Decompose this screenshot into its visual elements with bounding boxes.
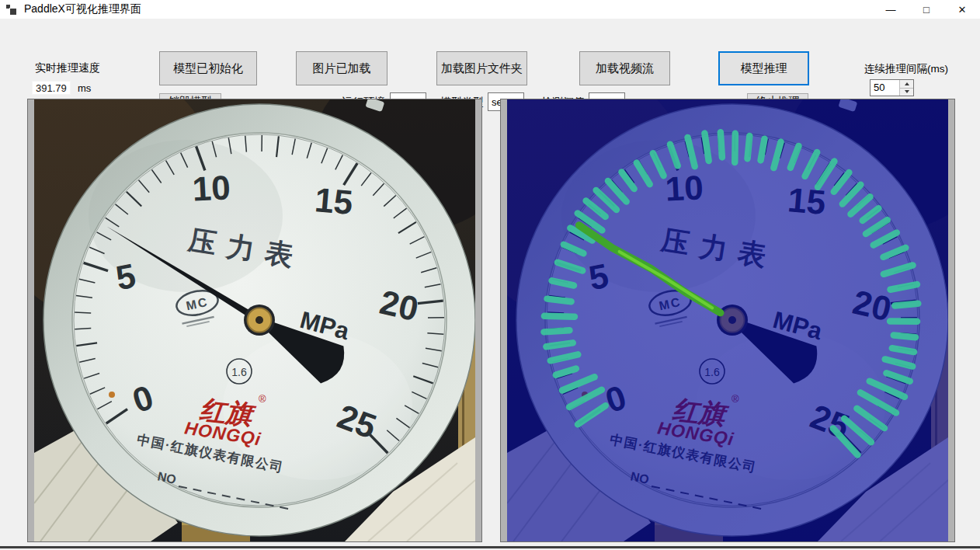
- spinner-buttons: [899, 80, 913, 96]
- svg-text:15: 15: [313, 180, 354, 221]
- inference-result-panel: 0510152025压力表MCMPa1.6红旗®HONGQi中国·红旗仪表有限公…: [500, 99, 955, 542]
- maximize-button[interactable]: □: [909, 0, 944, 19]
- model-initialized-button[interactable]: 模型已初始化: [159, 51, 257, 85]
- speed-label: 实时推理速度: [35, 61, 100, 75]
- svg-text:1.6: 1.6: [231, 366, 247, 378]
- minimize-button[interactable]: —: [873, 0, 909, 19]
- pressure-gauge-photo: 0510152025压力表MCMPa1.6红旗®HONGQi中国·红旗仪表有限公…: [34, 99, 475, 541]
- interval-label: 连续推理间隔(ms): [864, 62, 948, 76]
- svg-text:10: 10: [191, 168, 231, 207]
- window-controls: — □ ✕: [873, 0, 980, 19]
- svg-text:20: 20: [377, 283, 422, 328]
- spin-up-icon: [905, 82, 909, 85]
- interval-spinner[interactable]: 50: [870, 79, 914, 96]
- interval-value[interactable]: 50: [871, 80, 899, 96]
- speed-value-box[interactable]: 391.79: [32, 81, 71, 95]
- original-image-panel: 0510152025压力表MCMPa1.6红旗®HONGQi中国·红旗仪表有限公…: [27, 99, 482, 542]
- toolbar: 实时推理速度 391.79 ms 模型已初始化 图片已加载 加载图片文件夹 加载…: [0, 19, 980, 99]
- spin-up-button[interactable]: [900, 80, 913, 88]
- speed-unit-label: ms: [78, 82, 91, 94]
- svg-text:®: ®: [259, 393, 266, 405]
- window-title: PaddleX可视化推理界面: [24, 2, 141, 16]
- window-border-bottom: [0, 546, 980, 548]
- load-video-stream-button[interactable]: 加载视频流: [579, 51, 670, 85]
- pressure-gauge-segmentation: 0510152025压力表MCMPa1.6红旗®HONGQi中国·红旗仪表有限公…: [507, 99, 948, 541]
- model-inference-button[interactable]: 模型推理: [718, 51, 809, 85]
- close-button[interactable]: ✕: [944, 0, 980, 19]
- spin-down-icon: [905, 90, 909, 93]
- spin-down-button[interactable]: [900, 88, 913, 96]
- app-window: { "window": { "title": "PaddleX可视化推理界面",…: [0, 0, 980, 550]
- app-icon: [6, 4, 17, 15]
- load-image-folder-button[interactable]: 加载图片文件夹: [436, 51, 527, 85]
- image-loaded-button[interactable]: 图片已加载: [296, 51, 387, 85]
- titlebar: PaddleX可视化推理界面 — □ ✕: [0, 0, 980, 19]
